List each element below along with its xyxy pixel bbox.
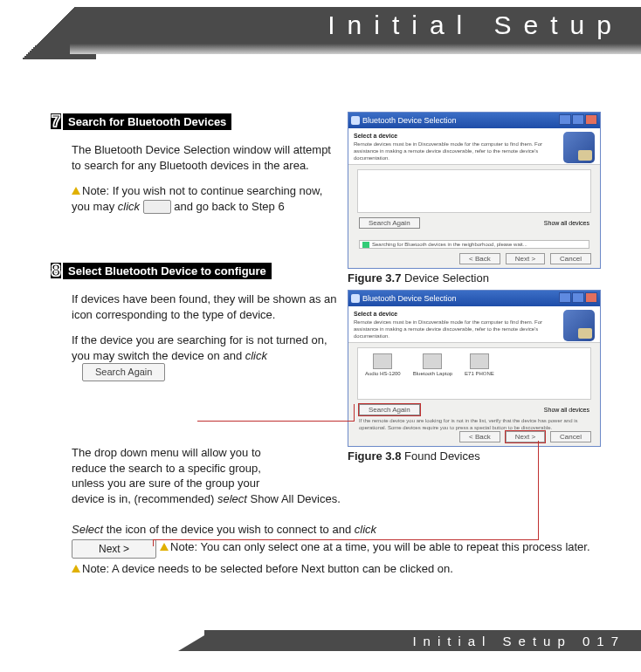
step-number: 8 bbox=[51, 263, 61, 278]
bluetooth-icon bbox=[563, 132, 595, 163]
step-number: 7 bbox=[51, 113, 61, 129]
paragraph: The Bluetooth Device Selection window wi… bbox=[72, 142, 342, 173]
device-icon bbox=[423, 353, 442, 369]
window-buttons bbox=[558, 291, 597, 306]
wizard-buttons: < Back Next > Cancel bbox=[459, 253, 591, 264]
header-title: Initial Setup bbox=[327, 10, 624, 40]
paragraph: Select the icon of the device you wish t… bbox=[72, 522, 610, 538]
figure-3-7: Bluetooth Device Selection Select a devi… bbox=[348, 112, 601, 285]
step-8-select: Select the icon of the device you wish t… bbox=[72, 522, 610, 576]
page: Initial Setup 7 Search for Bluetooth Dev… bbox=[0, 0, 641, 672]
device-item: Bluetooth Laptop bbox=[413, 353, 452, 376]
window-buttons bbox=[558, 113, 597, 128]
cancel-button-inline bbox=[143, 200, 171, 214]
header-ribbon: Initial Setup bbox=[70, 7, 641, 44]
search-again-button: Search Again bbox=[359, 404, 420, 415]
step-body: The Bluetooth Device Selection window wi… bbox=[72, 142, 342, 214]
mock-window: Bluetooth Device Selection Select a devi… bbox=[348, 290, 601, 447]
window-title: Bluetooth Device Selection bbox=[362, 116, 457, 125]
device-icon bbox=[470, 353, 489, 369]
next-button: Next > bbox=[72, 539, 156, 559]
warning-icon bbox=[72, 565, 80, 573]
search-again-button: Search Again bbox=[359, 217, 420, 229]
window-titlebar: Bluetooth Device Selection bbox=[348, 291, 600, 306]
mock-window: Bluetooth Device Selection Select a devi… bbox=[348, 112, 601, 269]
header-underline bbox=[70, 44, 641, 54]
note: Note: A device needs to be selected befo… bbox=[72, 561, 610, 577]
device-item: Audio HS-1200 bbox=[365, 353, 401, 376]
paragraph: If the device you are searching for is n… bbox=[72, 333, 342, 381]
device-list-empty bbox=[357, 169, 591, 213]
banner: Select a device Remote devices must be i… bbox=[348, 306, 600, 343]
window-title: Bluetooth Device Selection bbox=[362, 294, 457, 303]
progress-bar: Searching for Bluetooth devices in the n… bbox=[359, 240, 589, 249]
step-body: If devices have been found, they will be… bbox=[72, 291, 342, 381]
figure-caption: Figure 3.8 Found Devices bbox=[348, 449, 601, 463]
window-titlebar: Bluetooth Device Selection bbox=[348, 113, 600, 128]
device-list: Audio HS-1200 Bluetooth Laptop E71 PHONE bbox=[357, 347, 591, 400]
callout-line bbox=[153, 539, 154, 546]
controls-row: Search Again Show all devices bbox=[348, 404, 600, 415]
footer: Initial Setup 017 bbox=[204, 630, 641, 651]
step-title: Search for Bluetooth Devices bbox=[63, 113, 231, 130]
device-item: E71 PHONE bbox=[465, 353, 494, 376]
note: Note: If you wish not to continue search… bbox=[72, 183, 342, 214]
wizard-buttons: < Back Next > Cancel bbox=[459, 431, 591, 442]
step-title: Select Bluetooth Device to configure bbox=[63, 263, 272, 279]
app-icon bbox=[351, 116, 360, 125]
filter-label: Show all devices bbox=[544, 220, 589, 226]
paragraph: If devices have been found, they will be… bbox=[72, 291, 342, 322]
callout-line bbox=[197, 421, 355, 422]
warning-icon bbox=[72, 187, 80, 195]
callout-line bbox=[153, 539, 539, 540]
search-again-button: Search Again bbox=[82, 363, 165, 381]
warning-icon bbox=[160, 543, 169, 551]
device-icon bbox=[373, 353, 392, 369]
footer-text: Initial Setup 017 bbox=[412, 634, 625, 648]
callout-line bbox=[354, 404, 355, 422]
figure-caption: Figure 3.7 Device Selection bbox=[348, 271, 601, 285]
note: Note: You can only select one at a time,… bbox=[160, 539, 590, 555]
bluetooth-icon bbox=[563, 310, 595, 341]
banner: Select a device Remote devices must be i… bbox=[348, 128, 600, 165]
filter-label: Show all devices bbox=[544, 407, 589, 413]
progress-icon bbox=[362, 242, 369, 248]
app-icon bbox=[351, 294, 360, 303]
figure-3-8: Bluetooth Device Selection Select a devi… bbox=[348, 290, 601, 463]
controls-row: Search Again Show all devices bbox=[348, 217, 600, 229]
callout-line bbox=[538, 441, 539, 539]
